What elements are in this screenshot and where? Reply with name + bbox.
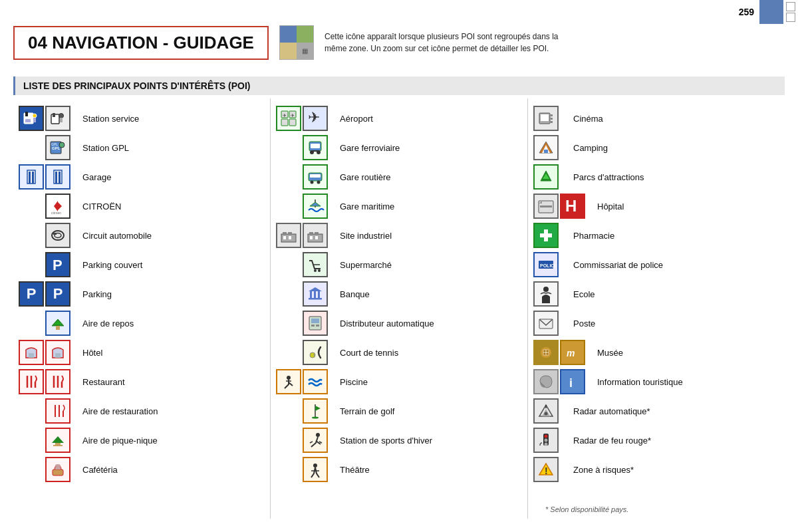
svg-rect-1 — [25, 112, 28, 116]
poi-icons: H — [533, 194, 592, 219]
columns-container: Station service GPL GPL Station GPL — [13, 98, 785, 519]
piscine-icon-1 — [276, 369, 301, 394]
poi-icons: POLICE — [533, 252, 568, 277]
list-item: Cafétéria — [17, 455, 266, 484]
svg-rect-16 — [54, 170, 62, 184]
musee-icon-2: m — [560, 340, 585, 365]
svg-rect-48 — [311, 144, 320, 148]
zone-risques-icon: ! — [533, 457, 559, 482]
svg-point-78 — [287, 376, 291, 380]
poi-label: Supermarché — [340, 260, 392, 270]
hotel-icon-2 — [45, 340, 70, 365]
list-item: Hôtel — [17, 338, 266, 367]
title-section: 04 NAVIGATION - GUIDAGE ▦ Cette icône ap… — [13, 25, 785, 60]
svg-point-7 — [59, 114, 64, 118]
poi-icons — [19, 428, 77, 453]
station-service-icon-1 — [19, 106, 44, 131]
svg-text:✈: ✈ — [291, 113, 295, 118]
svg-rect-6 — [53, 113, 55, 117]
poi-icons — [276, 194, 334, 219]
list-item: ✈ ✈ ✈ Aéroport — [275, 104, 523, 133]
poi-label: Hôtel — [82, 348, 102, 358]
list-item: i Information touristique — [532, 367, 781, 396]
list-item: citroen CITROËN — [17, 192, 266, 221]
poi-label: Commissariat de police — [573, 260, 663, 270]
svg-text:✈: ✈ — [308, 109, 320, 126]
circuit-auto-icon — [45, 223, 70, 248]
svg-rect-13 — [27, 170, 35, 184]
site-industriel-icon-1 — [276, 223, 301, 248]
poi-label: Cinéma — [573, 114, 603, 124]
list-item: Parcs d'attractions — [532, 162, 781, 192]
svg-rect-59 — [283, 236, 286, 239]
poi-icons — [533, 281, 568, 307]
list-item: Gare maritime — [275, 192, 523, 221]
poi-icons — [19, 457, 77, 482]
svg-point-12 — [59, 142, 65, 148]
poi-label: Site industriel — [340, 231, 392, 241]
poi-label: Théâtre — [340, 465, 370, 475]
station-service-icon-2 — [45, 106, 70, 131]
svg-point-109 — [545, 439, 548, 442]
list-item: Garage — [17, 162, 266, 192]
supermarche-icon — [303, 252, 328, 277]
poi-icons — [533, 311, 568, 336]
poi-icons — [276, 311, 334, 336]
poi-icons: P P — [19, 281, 77, 307]
list-item: Ecole — [532, 279, 781, 309]
poi-icons — [533, 164, 568, 190]
svg-rect-69 — [310, 291, 312, 298]
poi-icons — [19, 223, 77, 248]
poi-label: Gare maritime — [340, 201, 394, 211]
cluster-q1 — [280, 26, 297, 43]
pharmacie-icon — [533, 223, 559, 248]
garage-icon-1 — [19, 164, 44, 190]
svg-rect-26 — [55, 353, 61, 358]
svg-rect-25 — [29, 353, 34, 358]
list-item: Restaurant — [17, 367, 266, 396]
svg-text:i: i — [569, 376, 573, 390]
svg-text:GPL: GPL — [51, 142, 58, 146]
list-item: Gare routière — [275, 162, 523, 192]
poi-label: Banque — [340, 289, 370, 299]
svg-text:POLICE: POLICE — [540, 263, 555, 268]
poste-icon — [533, 311, 559, 336]
svg-text:✈: ✈ — [283, 113, 287, 118]
svg-rect-18 — [59, 172, 61, 184]
svg-rect-14 — [29, 172, 31, 184]
svg-line-83 — [319, 442, 322, 443]
camping-icon — [533, 135, 559, 160]
poi-icons: ✈ ✈ ✈ — [276, 106, 334, 131]
poi-icons — [276, 252, 334, 277]
page-header: 259 — [733, 0, 798, 24]
hopital-icon-1 — [533, 194, 559, 219]
hopital-icon-2: H — [560, 194, 585, 219]
poi-icons — [533, 398, 568, 424]
svg-text:!: ! — [545, 466, 548, 476]
svg-rect-65 — [315, 236, 318, 239]
cluster-q4: ▦ — [297, 43, 313, 59]
svg-point-84 — [313, 464, 317, 467]
page-checkboxes — [786, 2, 798, 22]
svg-rect-92 — [540, 205, 552, 207]
svg-rect-8 — [60, 118, 63, 122]
pique-nique-icon — [45, 428, 70, 453]
svg-point-67 — [314, 269, 317, 272]
list-item: Supermarché — [275, 250, 523, 279]
list-item: Pharmacie — [532, 221, 781, 250]
svg-rect-63 — [315, 232, 319, 234]
svg-point-105 — [545, 412, 548, 416]
poi-label: Aire de pique-nique — [82, 436, 158, 446]
parking-icon-1: P — [19, 281, 44, 307]
svg-rect-75 — [311, 325, 315, 327]
restaurant-icon-2 — [45, 369, 70, 394]
svg-rect-90 — [544, 150, 548, 153]
svg-point-110 — [545, 443, 548, 446]
svg-point-98 — [543, 287, 549, 292]
poi-icons: i — [533, 369, 592, 394]
svg-rect-60 — [289, 236, 291, 239]
radar-auto-icon — [533, 398, 559, 424]
list-item: Gare ferroviaire — [275, 133, 523, 162]
svg-rect-22 — [53, 233, 57, 235]
poi-label: Poste — [573, 319, 595, 329]
